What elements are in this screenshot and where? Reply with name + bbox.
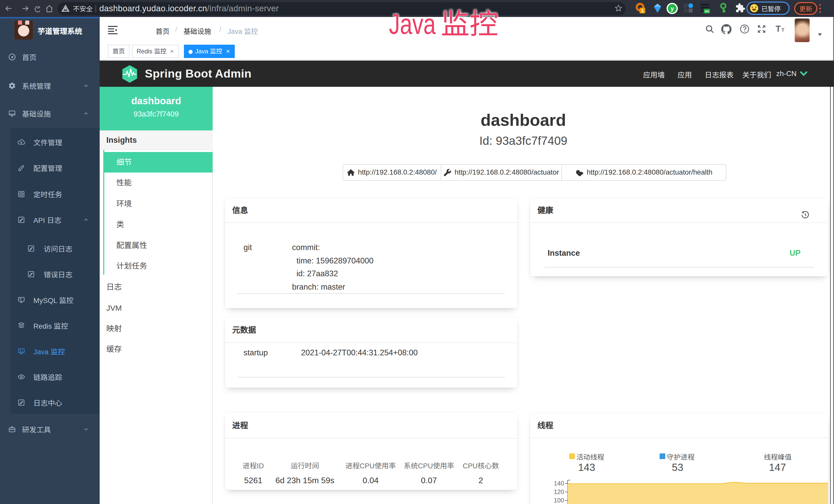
svg-text:T: T xyxy=(781,27,785,32)
svg-text:100: 100 xyxy=(554,497,564,503)
svg-text:y: y xyxy=(671,5,674,12)
svg-text:on: on xyxy=(705,9,709,13)
svg-text:140: 140 xyxy=(554,480,564,486)
svg-text:1: 1 xyxy=(641,8,644,13)
svg-text:T: T xyxy=(776,24,781,33)
svg-text:120: 120 xyxy=(554,488,564,495)
